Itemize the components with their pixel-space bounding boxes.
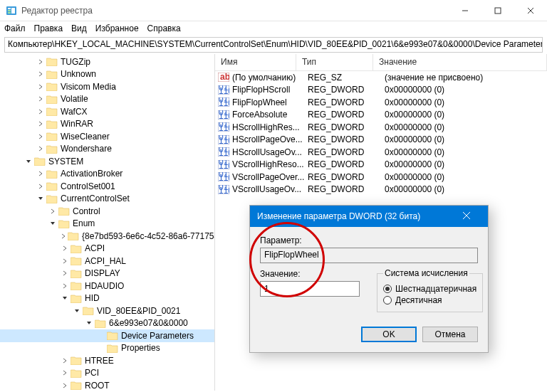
tree-item[interactable]: WinRAR [0, 118, 214, 131]
value-data: 0x00000000 (0) [385, 85, 547, 95]
close-button[interactable] [514, 0, 547, 21]
menu-help[interactable]: Справка [147, 23, 181, 33]
tree-twisty[interactable] [61, 358, 69, 364]
value-data: (значение не присвоено) [385, 73, 547, 83]
tree-item[interactable]: Properties [0, 342, 214, 355]
value-row[interactable]: 011110HScrollPageOve...REG_DWORD0x000000… [215, 134, 547, 147]
tree-label: ACPI_HAL [85, 256, 126, 266]
radio-hex[interactable] [383, 285, 392, 293]
value-type: REG_DWORD [308, 110, 385, 120]
tree-item[interactable]: WafCX [0, 105, 214, 118]
tree-twisty[interactable] [36, 196, 45, 201]
tree-item[interactable]: HDAUDIO [0, 280, 214, 292]
value-row[interactable]: 011110FlipFlopHScrollREG_DWORD0x00000000… [215, 84, 547, 97]
tree-item[interactable]: Wondershare [0, 143, 214, 156]
svg-text:110: 110 [219, 111, 229, 120]
tree-twisty[interactable] [36, 171, 45, 176]
tree-item[interactable]: ControlSet001 [0, 180, 214, 193]
tree-twisty[interactable] [61, 245, 69, 251]
tree-item[interactable]: VID_80EE&PID_0021 [0, 304, 214, 317]
tree-twisty[interactable] [85, 320, 93, 326]
value-data: 0x00000000 (0) [385, 147, 547, 157]
tree-twisty[interactable] [61, 383, 69, 388]
menu-view[interactable]: Вид [71, 23, 87, 33]
ok-button[interactable]: OK [361, 327, 417, 342]
tree-twisty[interactable] [24, 159, 33, 164]
radio-dec[interactable] [383, 296, 392, 304]
tree-item[interactable]: HID [0, 292, 214, 305]
menu-favorites[interactable]: Избранное [95, 23, 139, 33]
tree-twisty[interactable] [61, 370, 69, 376]
tree-item[interactable]: ROOT [0, 379, 214, 391]
tree-label: WafCX [61, 107, 88, 117]
value-row[interactable]: 011110VScrollUsageOv...REG_DWORD0x000000… [215, 184, 547, 196]
tree-item[interactable]: HTREE [0, 354, 214, 367]
tree-twisty[interactable] [36, 134, 45, 139]
edit-dword-dialog: Изменение параметра DWORD (32 бита) Пара… [249, 205, 489, 353]
menu-edit[interactable]: Правка [34, 23, 63, 33]
tree-item[interactable]: Volatile [0, 93, 214, 106]
value-row[interactable]: ab(По умолчанию)REG_SZ(значение не присв… [215, 71, 547, 84]
tree-twisty[interactable] [36, 84, 45, 90]
address-bar[interactable]: Компьютер\HKEY_LOCAL_MACHINE\SYSTEM\Curr… [4, 37, 543, 53]
tree-label: WinRAR [61, 119, 93, 129]
tree-item[interactable]: Enum [0, 218, 214, 231]
tree-item[interactable]: Control [0, 205, 214, 218]
tree-twisty[interactable] [61, 270, 69, 276]
tree-twisty[interactable] [61, 283, 69, 289]
tree-twisty[interactable] [36, 71, 45, 77]
tree-twisty[interactable] [61, 258, 69, 264]
tree-item[interactable]: DISPLAY [0, 267, 214, 280]
radio-dec-label[interactable]: Десятичная [395, 295, 442, 305]
svg-rect-6 [495, 8, 501, 14]
tree-twisty[interactable] [36, 96, 45, 102]
tree-label: WiseCleaner [61, 132, 110, 142]
tree-item[interactable]: SYSTEM [0, 155, 214, 168]
value-data: 0x00000000 (0) [385, 159, 547, 169]
value-row[interactable]: 011110VScrollPageOver...REG_DWORD0x00000… [215, 171, 547, 184]
tree-item[interactable]: Device Parameters [0, 329, 214, 342]
tree-item[interactable]: Visicom Media [0, 80, 214, 93]
tree-item[interactable]: Unknown [0, 68, 214, 81]
dialog-titlebar[interactable]: Изменение параметра DWORD (32 бита) [250, 206, 488, 227]
tree-twisty[interactable] [36, 146, 45, 152]
value-input[interactable] [260, 281, 360, 297]
menu-file[interactable]: Файл [4, 23, 26, 33]
tree-item[interactable]: PCI [0, 367, 214, 380]
maximize-button[interactable] [481, 0, 514, 21]
tree-twisty[interactable] [36, 184, 45, 189]
value-row[interactable]: 011110HScrollHighRes...REG_DWORD0x000000… [215, 121, 547, 134]
cancel-button[interactable]: Отмена [422, 327, 478, 342]
minimize-button[interactable] [449, 0, 481, 21]
col-header-name[interactable]: Имя [215, 54, 296, 70]
tree-twisty[interactable] [61, 295, 69, 301]
tree-item[interactable]: ActivationBroker [0, 168, 214, 181]
tree-twisty[interactable] [48, 221, 57, 226]
tree-panel[interactable]: TUGZipUnknownVisicom MediaVolatileWafCXW… [0, 54, 215, 391]
base-legend: Система исчисления [383, 268, 469, 278]
tree-item[interactable]: 6&e993e07&0&0000 [0, 317, 214, 330]
value-row[interactable]: 011110HScrollUsageOv...REG_DWORD0x000000… [215, 146, 547, 159]
dialog-close-button[interactable] [452, 211, 481, 221]
value-row[interactable]: 011110VScrollHighReso...REG_DWORD0x00000… [215, 159, 547, 171]
tree-twisty[interactable] [36, 109, 45, 115]
tree-item[interactable]: CurrentControlSet [0, 193, 214, 206]
col-header-value[interactable]: Значение [373, 54, 547, 70]
tree-twisty[interactable] [36, 59, 45, 65]
tree-item[interactable]: ACPI_HAL [0, 255, 214, 267]
tree-twisty[interactable] [61, 233, 66, 239]
col-header-type[interactable]: Тип [296, 54, 373, 70]
tree-twisty[interactable] [36, 121, 45, 127]
tree-item[interactable]: TUGZip [0, 55, 214, 68]
tree-twisty[interactable] [48, 208, 57, 214]
tree-item[interactable]: WiseCleaner [0, 130, 214, 143]
value-row[interactable]: 011110ForceAbsoluteREG_DWORD0x00000000 (… [215, 109, 547, 122]
radio-hex-label[interactable]: Шестнадцатеричная [395, 284, 476, 294]
tree-label: 6&e993e07&0&0000 [109, 318, 188, 328]
tree-label: DISPLAY [85, 268, 120, 278]
value-row[interactable]: 011110FlipFlopWheelREG_DWORD0x00000000 (… [215, 96, 547, 109]
svg-rect-4 [11, 8, 15, 14]
tree-twisty[interactable] [73, 308, 81, 314]
tree-item[interactable]: {8e7bd593-6e6c-4c52-86a6-7717549 [0, 230, 214, 243]
tree-item[interactable]: ACPI [0, 243, 214, 255]
